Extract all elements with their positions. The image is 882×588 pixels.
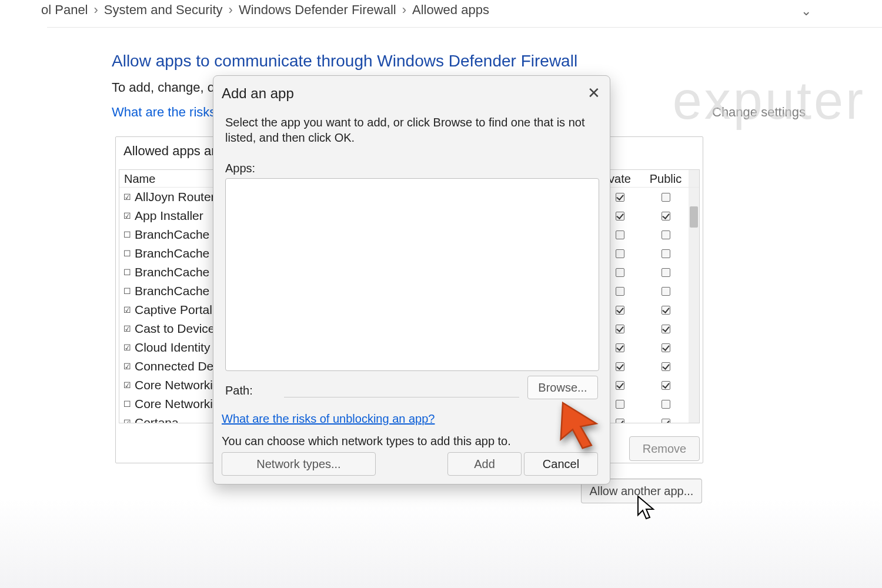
public-checkbox[interactable]: [643, 362, 689, 371]
network-types-text: You can choose which network types to ad…: [222, 435, 511, 448]
row-checkbox[interactable]: ☑: [122, 306, 132, 314]
add-button[interactable]: Add: [447, 452, 522, 476]
public-checkbox[interactable]: [643, 287, 689, 296]
watermark: exputer: [673, 71, 866, 131]
network-types-button[interactable]: Network types...: [222, 452, 376, 476]
row-checkbox[interactable]: ☑: [122, 325, 132, 333]
browse-button[interactable]: Browse...: [527, 376, 598, 399]
row-checkbox[interactable]: ☐: [122, 287, 132, 295]
apps-label: Apps:: [225, 162, 255, 175]
change-settings-button[interactable]: Change settings: [712, 105, 806, 120]
page-title: Allow apps to communicate through Window…: [112, 52, 577, 71]
row-checkbox[interactable]: ☑: [122, 193, 132, 201]
row-checkbox[interactable]: ☐: [122, 249, 132, 258]
row-checkbox[interactable]: ☑: [122, 212, 132, 220]
chevron-right-icon: ›: [94, 2, 98, 18]
scrollbar-track[interactable]: [689, 188, 699, 423]
public-checkbox[interactable]: [643, 343, 689, 352]
public-checkbox[interactable]: [643, 230, 689, 239]
row-checkbox[interactable]: ☐: [122, 268, 132, 276]
public-checkbox[interactable]: [643, 325, 689, 333]
page-subtitle: To add, change, or: [112, 80, 219, 95]
chevron-right-icon: ›: [229, 2, 233, 18]
cancel-button[interactable]: Cancel: [524, 452, 598, 476]
column-public-header[interactable]: Public: [643, 170, 689, 187]
add-app-dialog: Add an app ✕ Select the app you want to …: [213, 75, 610, 485]
breadcrumb-item[interactable]: Windows Defender Firewall: [239, 2, 396, 18]
public-checkbox[interactable]: [643, 268, 689, 277]
row-checkbox[interactable]: ☐: [122, 400, 132, 408]
chevron-right-icon: ›: [402, 2, 406, 18]
breadcrumb-item[interactable]: System and Security: [104, 2, 223, 18]
chevron-down-icon[interactable]: ⌄: [801, 4, 811, 19]
risks-link[interactable]: What are the risks: [112, 105, 216, 120]
public-checkbox[interactable]: [643, 400, 689, 409]
row-checkbox[interactable]: ☑: [122, 419, 132, 423]
breadcrumb[interactable]: ol Panel › System and Security › Windows…: [41, 2, 489, 18]
dialog-instruction: Select the app you want to add, or click…: [225, 115, 598, 145]
path-label: Path:: [225, 384, 253, 397]
public-checkbox[interactable]: [643, 419, 689, 423]
path-input[interactable]: [284, 397, 519, 397]
scrollbar-thumb[interactable]: [690, 206, 698, 228]
row-checkbox[interactable]: ☑: [122, 381, 132, 389]
close-icon[interactable]: ✕: [587, 84, 600, 102]
row-checkbox[interactable]: ☐: [122, 230, 132, 239]
breadcrumb-item[interactable]: ol Panel: [41, 2, 88, 18]
remove-button[interactable]: Remove: [629, 436, 700, 461]
allowed-apps-header: Allowed apps ar: [123, 143, 216, 159]
row-checkbox[interactable]: ☑: [122, 343, 132, 352]
breadcrumb-item[interactable]: Allowed apps: [412, 2, 489, 18]
dialog-title: Add an app: [222, 85, 294, 102]
unblocking-risks-link[interactable]: What are the risks of unblocking an app?: [222, 412, 435, 426]
divider: [47, 27, 882, 28]
public-checkbox[interactable]: [643, 249, 689, 258]
public-checkbox[interactable]: [643, 381, 689, 390]
public-checkbox[interactable]: [643, 193, 689, 202]
public-checkbox[interactable]: [643, 306, 689, 315]
public-checkbox[interactable]: [643, 212, 689, 220]
row-checkbox[interactable]: ☑: [122, 362, 132, 370]
apps-listbox[interactable]: [225, 178, 599, 371]
